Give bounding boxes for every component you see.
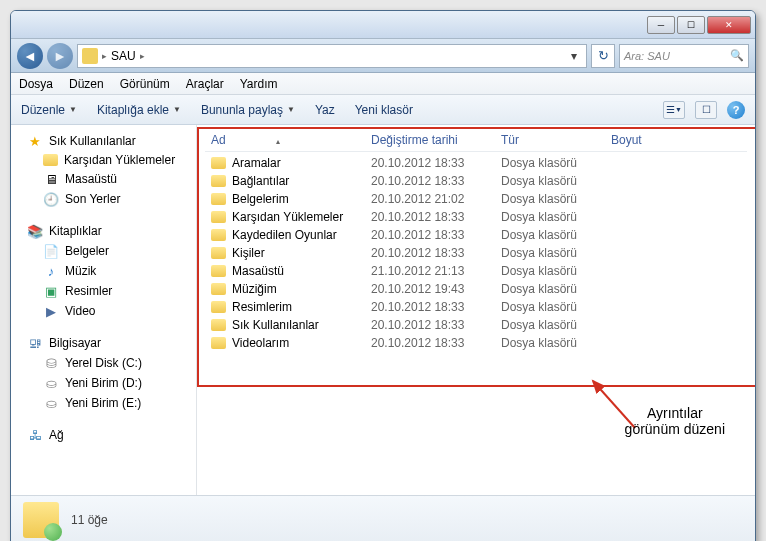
sidebar-computer[interactable]: 🖳Bilgisayar — [11, 333, 196, 353]
help-icon[interactable]: ? — [727, 101, 745, 119]
column-type[interactable]: Tür — [501, 133, 611, 147]
sidebar-item-recent[interactable]: 🕘Son Yerler — [11, 189, 196, 209]
music-icon: ♪ — [43, 263, 59, 279]
file-name: Videolarım — [232, 336, 289, 350]
sidebar-item-disk-d[interactable]: ⛀Yeni Birim (D:) — [11, 373, 196, 393]
column-name[interactable]: Ad▴ — [211, 133, 371, 147]
table-row[interactable]: Aramalar20.10.2012 18:33Dosya klasörü — [205, 154, 747, 172]
column-date[interactable]: Değiştirme tarihi — [371, 133, 501, 147]
desktop-icon: 🖥 — [43, 171, 59, 187]
sidebar-libraries[interactable]: 📚Kitaplıklar — [11, 221, 196, 241]
maximize-button[interactable]: ☐ — [677, 16, 705, 34]
folder-icon — [211, 319, 226, 331]
file-date: 20.10.2012 18:33 — [371, 174, 501, 188]
preview-pane-button[interactable]: ☐ — [695, 101, 717, 119]
menu-edit[interactable]: Düzen — [69, 77, 104, 91]
back-button[interactable]: ◄ — [17, 43, 43, 69]
file-name: Bağlantılar — [232, 174, 289, 188]
column-headers: Ad▴ Değiştirme tarihi Tür Boyut — [205, 129, 747, 152]
file-date: 20.10.2012 18:33 — [371, 300, 501, 314]
breadcrumb-dropdown[interactable]: ▾ — [566, 49, 582, 63]
table-row[interactable]: Müziğim20.10.2012 19:43Dosya klasörü — [205, 280, 747, 298]
search-placeholder: Ara: SAU — [624, 50, 670, 62]
table-row[interactable]: Resimlerim20.10.2012 18:33Dosya klasörü — [205, 298, 747, 316]
organize-button[interactable]: Düzenle▼ — [21, 103, 77, 117]
sidebar-favorites[interactable]: ★Sık Kullanılanlar — [11, 131, 196, 151]
sidebar-item-music[interactable]: ♪Müzik — [11, 261, 196, 281]
breadcrumb-folder[interactable]: SAU — [111, 49, 136, 63]
table-row[interactable]: Bağlantılar20.10.2012 18:33Dosya klasörü — [205, 172, 747, 190]
search-input[interactable]: Ara: SAU 🔍 — [619, 44, 749, 68]
sidebar-item-desktop[interactable]: 🖥Masaüstü — [11, 169, 196, 189]
file-type: Dosya klasörü — [501, 210, 611, 224]
file-date: 21.10.2012 21:13 — [371, 264, 501, 278]
user-folder-large-icon — [23, 502, 59, 538]
explorer-window: ─ ☐ ✕ ◄ ► ▸ SAU ▸ ▾ ↻ Ara: SAU 🔍 Dosya D… — [10, 10, 756, 541]
minimize-button[interactable]: ─ — [647, 16, 675, 34]
file-type: Dosya klasörü — [501, 318, 611, 332]
folder-icon — [211, 229, 226, 241]
folder-icon — [211, 265, 226, 277]
file-type: Dosya klasörü — [501, 228, 611, 242]
file-type: Dosya klasörü — [501, 264, 611, 278]
table-row[interactable]: Kişiler20.10.2012 18:33Dosya klasörü — [205, 244, 747, 262]
sidebar-item-documents[interactable]: 📄Belgeler — [11, 241, 196, 261]
refresh-button[interactable]: ↻ — [591, 44, 615, 68]
newfolder-button[interactable]: Yeni klasör — [355, 103, 413, 117]
file-name: Resimlerim — [232, 300, 292, 314]
file-date: 20.10.2012 19:43 — [371, 282, 501, 296]
document-icon: 📄 — [43, 243, 59, 259]
sidebar-item-pictures[interactable]: ▣Resimler — [11, 281, 196, 301]
user-folder-icon — [82, 48, 98, 64]
library-icon: 📚 — [27, 223, 43, 239]
share-button[interactable]: Bununla paylaş▼ — [201, 103, 295, 117]
network-icon: 🖧 — [27, 427, 43, 443]
menu-view[interactable]: Görünüm — [120, 77, 170, 91]
view-options-button[interactable]: ☰ ▼ — [663, 101, 685, 119]
chevron-right-icon: ▸ — [102, 51, 107, 61]
close-button[interactable]: ✕ — [707, 16, 751, 34]
file-type: Dosya klasörü — [501, 246, 611, 260]
titlebar: ─ ☐ ✕ — [11, 11, 755, 39]
forward-button[interactable]: ► — [47, 43, 73, 69]
sidebar-item-video[interactable]: ▶Video — [11, 301, 196, 321]
menu-file[interactable]: Dosya — [19, 77, 53, 91]
table-row[interactable]: Karşıdan Yüklemeler20.10.2012 18:33Dosya… — [205, 208, 747, 226]
table-row[interactable]: Masaüstü21.10.2012 21:13Dosya klasörü — [205, 262, 747, 280]
table-row[interactable]: Belgelerim20.10.2012 21:02Dosya klasörü — [205, 190, 747, 208]
menu-tools[interactable]: Araçlar — [186, 77, 224, 91]
sidebar-item-downloads[interactable]: Karşıdan Yüklemeler — [11, 151, 196, 169]
folder-icon — [43, 154, 58, 166]
folder-icon — [211, 301, 226, 313]
file-name: Aramalar — [232, 156, 281, 170]
file-date: 20.10.2012 18:33 — [371, 156, 501, 170]
sidebar-item-disk-e[interactable]: ⛀Yeni Birim (E:) — [11, 393, 196, 413]
table-row[interactable]: Kaydedilen Oyunlar20.10.2012 18:33Dosya … — [205, 226, 747, 244]
file-name: Sık Kullanılanlar — [232, 318, 319, 332]
folder-icon — [211, 175, 226, 187]
file-name: Masaüstü — [232, 264, 284, 278]
column-size[interactable]: Boyut — [611, 133, 671, 147]
annotation-text: Ayrıntılar görünüm düzeni — [625, 405, 725, 437]
library-button[interactable]: Kitaplığa ekle▼ — [97, 103, 181, 117]
table-row[interactable]: Videolarım20.10.2012 18:33Dosya klasörü — [205, 334, 747, 352]
file-type: Dosya klasörü — [501, 192, 611, 206]
file-date: 20.10.2012 18:33 — [371, 210, 501, 224]
menubar: Dosya Düzen Görünüm Araçlar Yardım — [11, 73, 755, 95]
breadcrumb[interactable]: ▸ SAU ▸ ▾ — [77, 44, 587, 68]
statusbar: 11 öğe — [11, 495, 755, 541]
file-name: Müziğim — [232, 282, 277, 296]
recent-icon: 🕘 — [43, 191, 59, 207]
sort-asc-icon: ▴ — [276, 137, 280, 146]
disk-icon: ⛀ — [43, 375, 59, 391]
file-type: Dosya klasörü — [501, 300, 611, 314]
sidebar-item-disk-c[interactable]: ⛁Yerel Disk (C:) — [11, 353, 196, 373]
menu-help[interactable]: Yardım — [240, 77, 278, 91]
table-row[interactable]: Sık Kullanılanlar20.10.2012 18:33Dosya k… — [205, 316, 747, 334]
write-button[interactable]: Yaz — [315, 103, 335, 117]
file-date: 20.10.2012 18:33 — [371, 246, 501, 260]
main-area: ★Sık Kullanılanlar Karşıdan Yüklemeler 🖥… — [11, 125, 755, 495]
sidebar-network[interactable]: 🖧Ağ — [11, 425, 196, 445]
file-rows: Aramalar20.10.2012 18:33Dosya klasörüBağ… — [205, 152, 747, 352]
disk-icon: ⛁ — [43, 355, 59, 371]
